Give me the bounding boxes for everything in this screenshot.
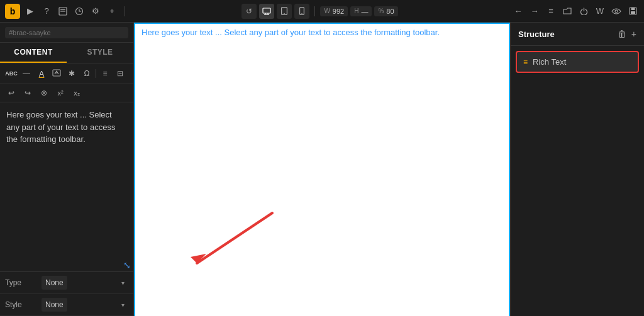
app-logo[interactable]: b bbox=[5, 4, 20, 19]
link-icon[interactable]: ✱ bbox=[65, 67, 78, 80]
structure-item-rich-text[interactable]: ≡ Rich Text bbox=[516, 51, 639, 73]
help-icon[interactable]: ? bbox=[40, 5, 53, 18]
folders-icon[interactable] bbox=[561, 5, 574, 18]
tab-content[interactable]: CONTENT bbox=[0, 43, 67, 63]
width-dimension[interactable]: W 992 bbox=[320, 6, 348, 16]
svg-rect-1 bbox=[60, 9, 65, 10]
topbar-right: ← → ≡ W bbox=[512, 5, 639, 18]
separator2 bbox=[314, 6, 315, 16]
canvas-border-top bbox=[134, 23, 510, 24]
style-select-wrap: None bbox=[42, 298, 128, 312]
text-editor-area[interactable]: Here goes your text ... Select any part … bbox=[0, 102, 133, 259]
left-panel: CONTENT STYLE ABC — A ✱ Ω ≡ ⊟ ↩ ↪ ⊗ x² x… bbox=[0, 23, 134, 316]
svg-point-12 bbox=[615, 10, 618, 13]
canvas-inner: Here goes your text ... Select any part … bbox=[134, 23, 510, 316]
svg-rect-2 bbox=[60, 11, 65, 12]
properties-section: Type None Style None bbox=[0, 271, 133, 316]
nav-icons: ▶ ? ⚙ + bbox=[24, 5, 118, 18]
canvas-border-right bbox=[509, 23, 510, 316]
clear-format-icon[interactable]: ⊗ bbox=[38, 87, 50, 99]
type-label: Type bbox=[5, 278, 36, 287]
text-content: Here goes your text ... Select any part … bbox=[6, 110, 115, 144]
preview-icon[interactable] bbox=[610, 5, 623, 18]
separator bbox=[125, 6, 125, 16]
rich-text-label: Rich Text bbox=[533, 57, 566, 67]
style-label: Style bbox=[5, 300, 36, 309]
rich-text-icon: ≡ bbox=[523, 58, 528, 67]
zoom-dimension[interactable]: % 80 bbox=[374, 6, 397, 16]
canvas-area[interactable]: Here goes your text ... Select any part … bbox=[134, 23, 510, 316]
font-color-icon[interactable]: A bbox=[35, 67, 48, 80]
structure-header: Structure 🗑 + bbox=[511, 23, 644, 46]
height-sep: — bbox=[361, 8, 368, 15]
dash-icon[interactable]: — bbox=[20, 67, 33, 80]
canvas-text-hint: Here goes your text ... Select any part … bbox=[142, 28, 440, 37]
refresh-icon[interactable]: ↺ bbox=[242, 4, 257, 19]
style-select[interactable]: None bbox=[42, 298, 67, 312]
tablet-view-icon[interactable] bbox=[277, 4, 292, 19]
save-icon[interactable] bbox=[626, 5, 639, 18]
svg-line-18 bbox=[197, 213, 272, 263]
pages-icon[interactable] bbox=[57, 5, 69, 18]
play-icon[interactable]: ▶ bbox=[24, 5, 36, 18]
redo-icon[interactable]: → bbox=[528, 5, 541, 18]
percent-label: % bbox=[378, 8, 384, 14]
structure-title: Structure bbox=[518, 30, 555, 39]
selector-header bbox=[0, 23, 133, 43]
sep bbox=[96, 69, 96, 78]
zoom-value: 80 bbox=[386, 8, 394, 15]
top-bar: b ▶ ? ⚙ + ↺ W 992 H — bbox=[0, 0, 644, 23]
type-select-wrap: None bbox=[42, 276, 128, 290]
special-chars-icon[interactable]: Ω bbox=[80, 67, 93, 80]
canvas-hint-link: Select any part of your text to access t… bbox=[225, 28, 440, 37]
outdent-icon[interactable]: ⊟ bbox=[114, 67, 126, 80]
wordpress-icon[interactable]: W bbox=[594, 5, 606, 18]
style-property: Style None bbox=[0, 294, 133, 316]
add-icon[interactable]: + bbox=[106, 5, 118, 18]
svg-point-11 bbox=[302, 13, 303, 14]
svg-rect-15 bbox=[631, 11, 635, 14]
settings-icon[interactable]: ⚙ bbox=[89, 5, 102, 18]
add-structure-icon[interactable]: + bbox=[631, 29, 636, 39]
width-label: W bbox=[324, 8, 330, 14]
list-icon[interactable]: ≡ bbox=[99, 67, 111, 80]
type-property: Type None bbox=[0, 272, 133, 294]
subscript-icon[interactable]: x₂ bbox=[70, 87, 83, 99]
redo-text-icon[interactable]: ↪ bbox=[21, 87, 34, 99]
mobile-view-icon[interactable] bbox=[294, 4, 309, 19]
right-panel: Structure 🗑 + ≡ Rich Text bbox=[510, 23, 644, 316]
superscript-icon[interactable]: x² bbox=[54, 87, 67, 99]
canvas-border-left bbox=[134, 23, 135, 316]
structure-list: ≡ Rich Text bbox=[511, 46, 644, 78]
content-style-tabs: CONTENT STYLE bbox=[0, 43, 133, 63]
svg-rect-4 bbox=[263, 8, 270, 13]
topbar-center: ↺ W 992 H — % 80 bbox=[131, 4, 508, 19]
format-toolbar-row2: ↩ ↪ ⊗ x² x₂ bbox=[0, 84, 133, 102]
desktop-view-icon[interactable] bbox=[259, 4, 274, 19]
svg-point-9 bbox=[284, 13, 286, 14]
history-icon[interactable] bbox=[73, 5, 86, 18]
resize-handle[interactable]: ⤡ bbox=[0, 259, 133, 271]
height-label: H bbox=[354, 8, 358, 14]
undo-icon[interactable]: ← bbox=[512, 5, 525, 18]
undo-text-icon[interactable]: ↩ bbox=[5, 87, 18, 99]
svg-rect-14 bbox=[631, 8, 635, 10]
power-icon[interactable] bbox=[577, 5, 590, 18]
tab-style[interactable]: STYLE bbox=[67, 43, 133, 63]
height-dimension[interactable]: H — bbox=[350, 6, 372, 16]
canvas-hint-text: Here goes your text ... bbox=[142, 28, 225, 37]
format-toolbar-row1: ABC — A ✱ Ω ≡ ⊟ bbox=[0, 63, 133, 84]
element-selector-input[interactable] bbox=[5, 27, 128, 38]
svg-marker-19 bbox=[191, 254, 206, 263]
resize-icon: ⤡ bbox=[123, 260, 131, 270]
main-layout: CONTENT STYLE ABC — A ✱ Ω ≡ ⊟ ↩ ↪ ⊗ x² x… bbox=[0, 23, 644, 316]
delete-icon[interactable]: 🗑 bbox=[618, 29, 626, 39]
abc-icon[interactable]: ABC bbox=[5, 67, 18, 80]
structure-actions: 🗑 + bbox=[618, 29, 636, 39]
width-value: 992 bbox=[333, 8, 344, 15]
arrow-overlay bbox=[172, 200, 297, 278]
background-color-icon[interactable] bbox=[50, 67, 63, 80]
type-select[interactable]: None bbox=[42, 276, 67, 290]
menu-icon[interactable]: ≡ bbox=[545, 5, 557, 18]
